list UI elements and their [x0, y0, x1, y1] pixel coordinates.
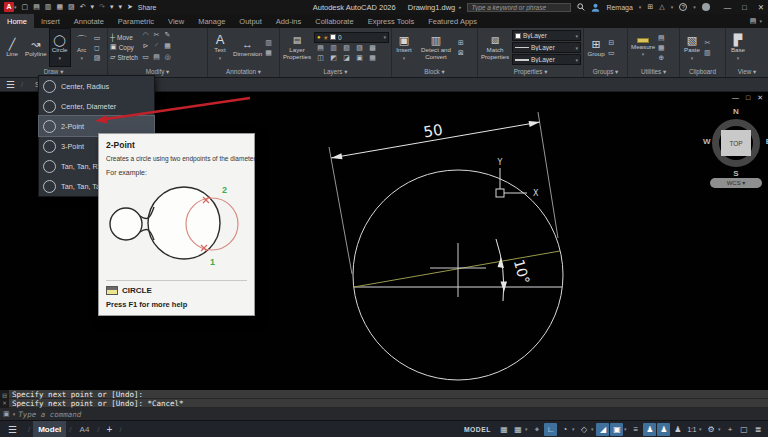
osnap-caret-icon[interactable]: ▾: [624, 426, 629, 432]
layer-caret-icon[interactable]: ▾: [383, 34, 386, 40]
tab-featured-apps[interactable]: Featured Apps: [421, 14, 484, 28]
grid-icon[interactable]: ▦: [497, 423, 510, 436]
viewcube-top-face[interactable]: TOP: [721, 130, 751, 156]
detect-convert-button[interactable]: ▥Detect and Convert: [416, 29, 456, 66]
text-button[interactable]: AText▾: [210, 29, 230, 66]
annotation-autoscale-icon[interactable]: ♟: [657, 423, 670, 436]
erase-icon[interactable]: ✎: [162, 31, 173, 42]
scale-caret-icon[interactable]: ▾: [699, 426, 704, 432]
id-point-icon[interactable]: ⊕: [658, 54, 665, 62]
isodraft-icon[interactable]: ◇: [577, 423, 590, 436]
fillet-icon[interactable]: ◜: [151, 42, 162, 53]
layer-tool-icon[interactable]: ◩: [327, 54, 340, 64]
array-icon[interactable]: ▤: [151, 53, 162, 64]
lineweight-icon[interactable]: ≡: [629, 423, 642, 436]
panel-label-clipboard[interactable]: Clipboard: [680, 66, 725, 77]
layer-tool-icon[interactable]: ◪: [340, 54, 353, 64]
leader-icon[interactable]: ▥: [265, 39, 272, 47]
close-button[interactable]: ✕: [758, 3, 764, 12]
new-layout-button[interactable]: +: [103, 424, 117, 435]
cut-icon[interactable]: ✂: [704, 39, 711, 47]
explode-icon[interactable]: ▦: [162, 42, 173, 53]
help-icon[interactable]: ?: [679, 3, 687, 11]
isodraft-caret-icon[interactable]: ▾: [591, 426, 596, 432]
layer-tool-icon[interactable]: ▦: [366, 54, 379, 64]
ribbon-display-icon[interactable]: ▤: [750, 17, 757, 25]
alert-caret-icon[interactable]: ▾: [671, 4, 674, 10]
linetype-select[interactable]: ByLayer▾: [512, 42, 581, 53]
circle-caret-icon[interactable]: ▾: [58, 55, 61, 61]
panel-label-view[interactable]: View ▾: [726, 66, 768, 77]
insert-caret-icon[interactable]: ▾: [403, 55, 406, 61]
table-icon[interactable]: ▦: [265, 49, 272, 57]
share-label[interactable]: Share: [138, 4, 157, 11]
color-caret-icon[interactable]: ▾: [575, 33, 578, 39]
base-caret-icon[interactable]: ▾: [737, 55, 740, 61]
undo-icon[interactable]: ↶: [80, 3, 86, 11]
rotate-icon[interactable]: ◠: [140, 31, 151, 42]
customization-caret-icon[interactable]: ▾: [718, 426, 723, 432]
layer-tool-icon[interactable]: ▥: [327, 44, 340, 54]
group-edit-icon[interactable]: ▭: [608, 49, 615, 57]
search-icon[interactable]: [577, 3, 585, 11]
isolate-objects-icon[interactable]: +: [724, 423, 737, 436]
lineweight-caret-icon[interactable]: ▾: [575, 57, 578, 63]
viewcube-wcs-select[interactable]: WCS ▾: [710, 178, 762, 188]
user-name[interactable]: Remaga: [606, 4, 632, 11]
customization-icon[interactable]: ⚙: [705, 423, 718, 436]
layer-select[interactable]: ● ☀ 0 ▾: [314, 32, 389, 43]
ellipse-icon[interactable]: ◻: [94, 44, 101, 52]
angle-dimension-arc[interactable]: [496, 239, 504, 301]
tab-manage[interactable]: Manage: [191, 14, 232, 28]
create-block-icon[interactable]: ⊞: [458, 39, 464, 47]
text-caret-icon[interactable]: ▾: [219, 55, 222, 61]
layout-menu-icon[interactable]: ☰: [0, 424, 25, 435]
panel-label-properties[interactable]: Properties ▾: [478, 66, 583, 77]
new-file-icon[interactable]: ▢: [22, 3, 29, 11]
command-input[interactable]: [18, 410, 768, 419]
menu-item-center-radius[interactable]: Center, Radius: [39, 76, 154, 96]
dynamic-input-icon[interactable]: ⌖: [530, 423, 543, 436]
arc-button[interactable]: ⌒Arc▾: [72, 29, 92, 66]
redo-icon[interactable]: ↷: [99, 3, 105, 11]
base-button[interactable]: ▛Base▾: [728, 29, 748, 66]
stretch-button[interactable]: ▱Stretch: [110, 53, 138, 61]
polar-tracking-icon[interactable]: ◔: [558, 423, 571, 436]
annotation-scale-icon[interactable]: ♟: [671, 423, 684, 436]
panel-label-layers[interactable]: Layers ▾: [280, 66, 391, 77]
tab-output[interactable]: Output: [232, 14, 269, 28]
search-input[interactable]: [467, 3, 571, 12]
assistant-icon[interactable]: [702, 3, 710, 11]
line-button[interactable]: ╱Line: [2, 29, 22, 66]
command-recent-caret-icon[interactable]: ▾: [13, 411, 16, 417]
osnap-tracking-icon[interactable]: ◢: [596, 423, 609, 436]
file-tabs-menu-icon[interactable]: ☰: [6, 79, 15, 90]
layer-tool-icon[interactable]: ◫: [314, 54, 327, 64]
help-caret-icon[interactable]: ▾: [693, 4, 696, 10]
plot-icon[interactable]: ▨: [68, 3, 75, 11]
measure-button[interactable]: Measure▾: [630, 29, 656, 66]
offset-icon[interactable]: ◎: [162, 53, 173, 64]
object-snap-icon[interactable]: ▣: [610, 423, 623, 436]
snap-caret-icon[interactable]: ▾: [525, 426, 530, 432]
mirror-icon[interactable]: ⊳: [140, 42, 151, 53]
annotation-scale-value[interactable]: 1:1: [685, 423, 698, 436]
restore-button[interactable]: □: [742, 3, 747, 12]
menu-item-center-diameter[interactable]: Center, Diameter: [39, 96, 154, 116]
minimize-button[interactable]: —: [724, 3, 732, 12]
quick-calc-icon[interactable]: ▦: [658, 44, 665, 52]
command-grip-icon[interactable]: ▤: [2, 392, 7, 398]
viewcube-west[interactable]: W: [703, 137, 711, 146]
ribbon-display-caret-icon[interactable]: ▾: [759, 18, 762, 24]
linetype-caret-icon[interactable]: ▾: [575, 45, 578, 51]
ungroup-icon[interactable]: ⊟: [608, 39, 615, 47]
layer-tool-icon[interactable]: ▧: [340, 44, 353, 54]
layout-tab-a4[interactable]: A4: [75, 421, 95, 437]
panel-label-utilities[interactable]: Utilities ▾: [628, 66, 679, 77]
panel-label-groups[interactable]: Groups ▾: [584, 66, 627, 77]
dimension-button[interactable]: ↔Dimension: [232, 29, 263, 66]
clean-screen-icon[interactable]: ≣: [752, 423, 765, 436]
snap-icon[interactable]: ▦: [511, 423, 524, 436]
tab-add-ins[interactable]: Add-ins: [269, 14, 308, 28]
autocad-logo[interactable]: A: [4, 2, 14, 12]
